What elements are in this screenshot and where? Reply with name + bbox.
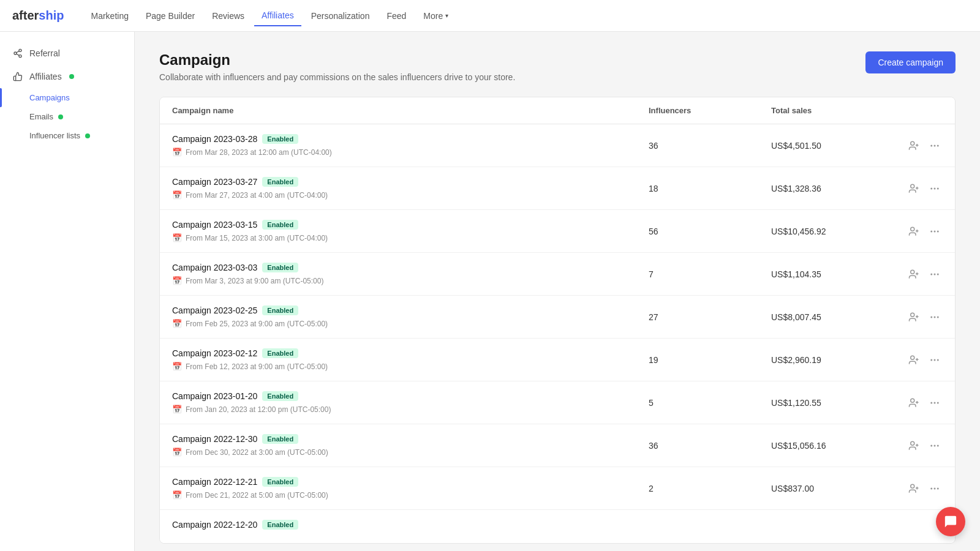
status-badge: Enabled xyxy=(262,263,298,272)
nav-feed[interactable]: Feed xyxy=(379,6,413,26)
row-actions xyxy=(894,481,943,497)
add-influencer-button[interactable] xyxy=(906,438,922,454)
table-row: Campaign 2023-03-28 Enabled 📅 From Mar 2… xyxy=(160,124,955,167)
more-dots-icon xyxy=(929,269,940,280)
more-actions-button[interactable] xyxy=(927,309,943,325)
more-dots-icon xyxy=(929,312,940,323)
influencers-count: 7 xyxy=(649,269,771,279)
add-influencer-button[interactable] xyxy=(906,223,922,239)
more-actions-button[interactable] xyxy=(927,395,943,411)
col-campaign-name: Campaign name xyxy=(172,106,649,115)
total-sales: US$837.00 xyxy=(771,484,894,493)
nav-affiliates[interactable]: Affiliates xyxy=(254,6,301,26)
nav-items: Marketing Page Builder Reviews Affiliate… xyxy=(83,6,456,26)
campaign-cell: Campaign 2023-02-12 Enabled 📅 From Feb 1… xyxy=(172,348,649,371)
campaign-date: 📅 From Jan 20, 2023 at 12:00 pm (UTC-05:… xyxy=(172,405,649,414)
total-sales: US$1,328.36 xyxy=(771,184,894,193)
influencer-lists-dot-badge xyxy=(85,133,90,138)
more-actions-button[interactable] xyxy=(927,481,943,497)
campaign-date: 📅 From Feb 25, 2023 at 9:00 am (UTC-05:0… xyxy=(172,319,649,328)
sidebar-item-influencer-lists[interactable]: Influencer lists xyxy=(0,126,134,145)
status-badge: Enabled xyxy=(262,134,298,144)
calendar-icon: 📅 xyxy=(172,319,182,328)
sidebar-item-affiliates[interactable]: Affiliates xyxy=(0,65,134,88)
table-row: Campaign 2023-02-25 Enabled 📅 From Feb 2… xyxy=(160,296,955,339)
nav-personalization[interactable]: Personalization xyxy=(304,6,377,26)
svg-point-34 xyxy=(937,316,939,318)
svg-point-33 xyxy=(934,316,936,318)
total-sales: US$1,120.55 xyxy=(771,398,894,408)
svg-point-28 xyxy=(937,273,939,275)
status-badge: Enabled xyxy=(262,348,298,358)
calendar-icon: 📅 xyxy=(172,233,182,242)
total-sales: US$8,007.45 xyxy=(771,312,894,322)
table-row: Campaign 2023-03-15 Enabled 📅 From Mar 1… xyxy=(160,210,955,253)
svg-point-52 xyxy=(937,444,939,446)
more-actions-button[interactable] xyxy=(927,352,943,368)
svg-point-23 xyxy=(911,270,914,274)
svg-point-0 xyxy=(19,49,21,51)
svg-line-4 xyxy=(17,51,20,53)
more-actions-button[interactable] xyxy=(927,266,943,282)
status-badge: Enabled xyxy=(262,305,298,315)
col-actions xyxy=(894,106,943,115)
emails-dot-badge xyxy=(58,114,63,119)
add-influencer-button[interactable] xyxy=(906,138,922,154)
person-add-icon xyxy=(908,440,919,451)
add-influencer-button[interactable] xyxy=(906,481,922,497)
add-influencer-button[interactable] xyxy=(906,181,922,197)
sidebar: Referral Affiliates Campaigns Emails Inf… xyxy=(0,32,135,551)
more-actions-button[interactable] xyxy=(927,181,943,197)
influencers-count: 56 xyxy=(649,227,771,236)
more-actions-button[interactable] xyxy=(927,138,943,154)
svg-point-22 xyxy=(937,230,939,232)
row-actions xyxy=(894,438,943,454)
sidebar-item-emails[interactable]: Emails xyxy=(0,107,134,126)
campaign-name: Campaign 2022-12-20 Enabled xyxy=(172,520,649,530)
create-campaign-button[interactable]: Create campaign xyxy=(865,51,956,73)
row-actions xyxy=(894,223,943,239)
campaign-name: Campaign 2022-12-21 Enabled xyxy=(172,477,649,487)
campaign-cell: Campaign 2023-01-20 Enabled 📅 From Jan 2… xyxy=(172,391,649,414)
nav-more[interactable]: More ▾ xyxy=(416,6,456,26)
campaign-name: Campaign 2023-02-25 Enabled xyxy=(172,305,649,315)
status-badge: Enabled xyxy=(262,220,298,230)
row-actions xyxy=(894,138,943,154)
nav-marketing[interactable]: Marketing xyxy=(83,6,135,26)
status-badge: Enabled xyxy=(262,477,298,487)
svg-point-20 xyxy=(930,230,932,232)
add-influencer-button[interactable] xyxy=(906,266,922,282)
add-influencer-button[interactable] xyxy=(906,352,922,368)
campaign-name: Campaign 2023-01-20 Enabled xyxy=(172,391,649,401)
chat-icon xyxy=(944,515,957,528)
add-influencer-button[interactable] xyxy=(906,395,922,411)
sidebar-item-campaigns[interactable]: Campaigns xyxy=(0,88,134,107)
campaign-date: 📅 From Feb 12, 2023 at 9:00 am (UTC-05:0… xyxy=(172,362,649,371)
sidebar-affiliates-label: Affiliates xyxy=(29,72,62,81)
total-sales: US$10,456.92 xyxy=(771,227,894,236)
more-actions-button[interactable] xyxy=(927,438,943,454)
calendar-icon: 📅 xyxy=(172,190,182,200)
svg-point-45 xyxy=(934,402,936,403)
more-actions-button[interactable] xyxy=(927,223,943,239)
sidebar-item-label: Referral xyxy=(29,48,60,58)
nav-page-builder[interactable]: Page Builder xyxy=(138,6,202,26)
add-influencer-button[interactable] xyxy=(906,309,922,325)
campaign-date: 📅 From Dec 30, 2022 at 3:00 am (UTC-05:0… xyxy=(172,448,649,457)
table-row: Campaign 2022-12-21 Enabled 📅 From Dec 2… xyxy=(160,467,955,510)
table-row: Campaign 2023-02-12 Enabled 📅 From Feb 1… xyxy=(160,339,955,381)
table-rows-container: Campaign 2023-03-28 Enabled 📅 From Mar 2… xyxy=(160,124,955,543)
chat-bubble-button[interactable] xyxy=(936,507,965,536)
svg-point-46 xyxy=(937,402,939,403)
top-navigation: aftership Marketing Page Builder Reviews… xyxy=(0,0,980,32)
nav-reviews[interactable]: Reviews xyxy=(205,6,252,26)
row-actions xyxy=(894,309,943,325)
sidebar-item-referral[interactable]: Referral xyxy=(0,42,134,65)
svg-point-50 xyxy=(930,444,932,446)
campaigns-table: Campaign name Influencers Total sales Ca… xyxy=(159,97,956,544)
svg-point-11 xyxy=(911,184,914,188)
total-sales: US$1,104.35 xyxy=(771,269,894,279)
campaign-date: 📅 From Mar 27, 2023 at 4:00 am (UTC-04:0… xyxy=(172,190,649,200)
campaign-name: Campaign 2023-03-15 Enabled xyxy=(172,220,649,230)
logo[interactable]: aftership xyxy=(12,9,64,23)
